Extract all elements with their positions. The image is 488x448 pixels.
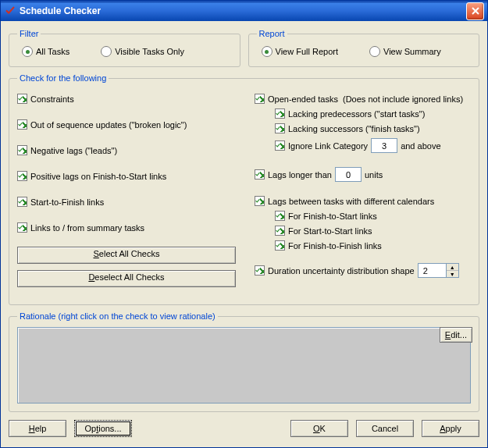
- close-button[interactable]: [466, 2, 484, 20]
- checkbox-icon: [275, 140, 285, 151]
- check-lacking-successors[interactable]: Lacking successors ("finish tasks"): [275, 123, 471, 133]
- radio-icon: [101, 46, 112, 57]
- duration-pre: Duration uncertainty distribution shape: [268, 266, 415, 276]
- report-full-radio[interactable]: View Full Report: [262, 46, 339, 57]
- radio-icon: [369, 46, 380, 57]
- checks-group: Check for the following Constraints Out …: [9, 73, 479, 305]
- checks-left-column: Constraints Out of sequence updates ("br…: [17, 89, 236, 293]
- rationale-textarea[interactable]: [17, 327, 471, 404]
- titlebar: Schedule Checker: [1, 1, 487, 21]
- lags-longer-input[interactable]: [335, 167, 362, 182]
- lagslonger-post: units: [365, 170, 383, 180]
- lagslonger-pre: Lags longer than: [268, 170, 332, 180]
- button-bar: Help Options... OK Cancel Apply: [9, 412, 479, 437]
- checkbox-icon: [17, 197, 27, 207]
- cancel-button[interactable]: Cancel: [356, 420, 414, 437]
- report-group: Report View Full Report View Summary: [248, 29, 480, 67]
- spin-up-icon[interactable]: ▲: [447, 264, 458, 271]
- checkbox-icon: [275, 240, 285, 251]
- report-summary-radio[interactable]: View Summary: [369, 46, 441, 57]
- check-positive-lags[interactable]: Positive lags on Finish-to-Start links: [17, 171, 236, 181]
- report-summary-label: View Summary: [383, 47, 441, 56]
- checkbox-icon: [255, 169, 265, 180]
- check-links-summary[interactable]: Links to / from summary tasks: [17, 222, 236, 233]
- check-lacking-predecessors[interactable]: Lacking predecessors ("start tasks"): [275, 108, 471, 119]
- check-for-fs[interactable]: For Finish-to-Start links: [275, 211, 471, 221]
- ignore-category-input[interactable]: [371, 138, 397, 153]
- filter-all-radio[interactable]: All Tasks: [22, 46, 69, 57]
- checkbox-icon: [17, 222, 27, 233]
- check-constraints[interactable]: Constraints: [17, 94, 236, 104]
- filter-legend: Filter: [17, 29, 41, 38]
- ok-button[interactable]: OK: [290, 420, 348, 437]
- check-duration-shape[interactable]: Duration uncertainty distribution shape …: [255, 263, 471, 278]
- check-constraints-label: Constraints: [30, 94, 74, 104]
- for-fs-label: For Finish-to-Start links: [288, 212, 377, 221]
- checkbox-icon: [255, 265, 265, 276]
- check-open-ended[interactable]: Open-ended tasks (Does not include ignor…: [255, 94, 471, 104]
- check-for-ff[interactable]: For Finish-to-Finish links: [275, 240, 471, 251]
- checks-right-column: Open-ended tasks (Does not include ignor…: [255, 89, 471, 293]
- checkbox-icon: [17, 94, 27, 104]
- dialog-window: Schedule Checker Filter All Tasks Visibl…: [0, 0, 488, 448]
- filter-visible-label: Visible Tasks Only: [115, 47, 184, 56]
- help-button[interactable]: Help: [9, 420, 66, 437]
- check-lags-calendars[interactable]: Lags between tasks with different calend…: [255, 196, 471, 206]
- checkbox-icon: [275, 108, 285, 119]
- duration-shape-input[interactable]: [418, 263, 446, 278]
- checkbox-icon: [275, 226, 285, 236]
- report-legend: Report: [257, 29, 287, 38]
- app-icon: [4, 5, 16, 17]
- checkbox-icon: [275, 211, 285, 221]
- checkbox-icon: [17, 171, 27, 181]
- checkbox-icon: [17, 119, 27, 130]
- ignore-cat-pre: Ignore Link Category: [288, 141, 368, 151]
- dialog-body: Filter All Tasks Visible Tasks Only Repo…: [1, 21, 487, 447]
- check-openended-label: Open-ended tasks (Does not include ignor…: [268, 94, 463, 104]
- check-neglags-label: Negative lags ("leads"): [30, 146, 117, 155]
- checkbox-icon: [255, 196, 265, 206]
- check-oos-label: Out of sequence updates ("broken logic"): [30, 120, 187, 130]
- check-lagscal-label: Lags between tasks with different calend…: [268, 197, 434, 206]
- radio-icon: [262, 46, 272, 57]
- filter-group: Filter All Tasks Visible Tasks Only: [9, 29, 240, 67]
- check-ignore-category[interactable]: Ignore Link Category and above: [275, 138, 471, 153]
- check-out-of-sequence[interactable]: Out of sequence updates ("broken logic"): [17, 119, 236, 130]
- checks-legend: Check for the following: [17, 73, 109, 83]
- edit-rationale-button[interactable]: Edit...: [440, 327, 472, 343]
- check-negative-lags[interactable]: Negative lags ("leads"): [17, 145, 236, 155]
- apply-button[interactable]: Apply: [422, 420, 479, 437]
- checkbox-icon: [255, 94, 265, 104]
- check-poslags-label: Positive lags on Finish-to-Start links: [30, 172, 166, 181]
- check-linkssummary-label: Links to / from summary tasks: [30, 223, 144, 233]
- select-all-button[interactable]: Select All Checks: [17, 247, 236, 264]
- rationale-group: Rationale (right click on the check to v…: [9, 311, 479, 412]
- radio-icon: [22, 46, 33, 57]
- ignore-cat-post: and above: [401, 141, 440, 151]
- window-title: Schedule Checker: [20, 5, 466, 16]
- checkbox-icon: [17, 145, 27, 155]
- options-button[interactable]: Options...: [74, 420, 132, 437]
- rationale-legend: Rationale (right click on the check to v…: [17, 311, 218, 321]
- checkbox-icon: [275, 123, 285, 133]
- check-stf-label: Start-to-Finish links: [30, 197, 104, 207]
- spin-down-icon[interactable]: ▼: [447, 271, 458, 277]
- duration-spinner[interactable]: ▲ ▼: [446, 263, 459, 278]
- report-full-label: View Full Report: [276, 47, 339, 56]
- check-start-to-finish[interactable]: Start-to-Finish links: [17, 197, 236, 207]
- check-for-ss[interactable]: For Start-to-Start links: [275, 226, 471, 236]
- filter-visible-radio[interactable]: Visible Tasks Only: [101, 46, 184, 57]
- filter-all-label: All Tasks: [36, 47, 69, 56]
- check-lacksucc-label: Lacking successors ("finish tasks"): [288, 124, 420, 133]
- check-lackpred-label: Lacking predecessors ("start tasks"): [288, 109, 425, 119]
- deselect-all-button[interactable]: Deselect All Checks: [17, 270, 236, 287]
- check-lags-longer[interactable]: Lags longer than units: [255, 167, 471, 182]
- for-ss-label: For Start-to-Start links: [288, 226, 372, 236]
- for-ff-label: For Finish-to-Finish links: [288, 241, 382, 251]
